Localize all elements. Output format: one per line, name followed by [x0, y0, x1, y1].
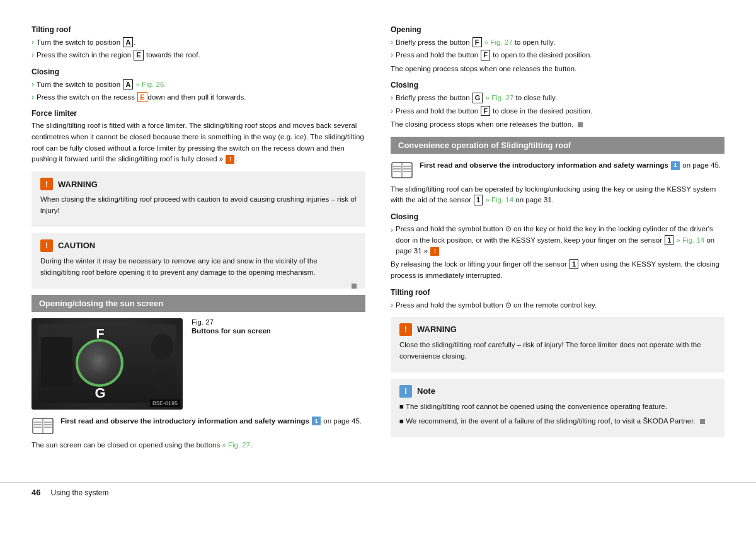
warning-box-1: ! WARNING When closing the sliding/tilti… [32, 171, 365, 227]
right-closing-line2: › Press and hold the button F to close i… [391, 105, 724, 117]
fig14-link2[interactable]: » Fig. 14 [677, 236, 705, 244]
closing-line2-suffix: down and then pull it forwards. [148, 92, 246, 103]
book-icon [32, 417, 54, 435]
tilting-roof-line2: › Press the switch in the region E towar… [32, 49, 365, 60]
margin-sq-left [352, 284, 357, 289]
force-limiter-text: The sliding/tilting roof is fitted with … [32, 120, 365, 165]
note-icon: i [399, 385, 412, 398]
tilting-roof-section: Tilting roof › Turn the switch to positi… [32, 25, 365, 61]
fig27-link[interactable]: » Fig. 27 [222, 441, 250, 449]
key-F2: F [481, 50, 490, 60]
caution-header: ! CAUTION [40, 239, 357, 252]
dashboard-bg: F G B5E-0195 [32, 318, 183, 410]
book-icon-row: First read and observe the introductory … [32, 416, 365, 435]
conv-book-bold: First read and observe the introductory … [420, 161, 668, 169]
arrow-r3: › [391, 92, 393, 103]
arrow-icon3: › [32, 79, 34, 90]
left-column: Tilting roof › Turn the switch to positi… [32, 25, 365, 457]
label-G: G [94, 385, 105, 401]
key-1: 1 [474, 195, 483, 205]
page-footer: 46 Using the system [0, 482, 756, 502]
note-header: i Note [399, 385, 716, 398]
right-closing-line1: › Briefly press the button G » Fig. 27 t… [391, 92, 724, 103]
tilting-line2-prefix: Press the switch in the region [37, 50, 131, 60]
page-content: Tilting roof › Turn the switch to positi… [0, 0, 756, 476]
book-icon-r [391, 161, 413, 179]
warning-label-1: WARNING [58, 180, 98, 189]
caution-text: During the winter it may be necessary to… [40, 256, 357, 279]
conv-book-suffix: on page 45. [682, 161, 721, 169]
fig-number: Fig. 27 [192, 318, 271, 326]
fig27-link-r1[interactable]: » Fig. 27 [484, 37, 513, 48]
note-line1: ■ The sliding/tilting roof cannot be ope… [399, 401, 716, 413]
convenience-bar: Convenience operation of Sliding/tilting… [391, 137, 724, 154]
conv-intro-text: The sliding/tilting roof can be operated… [391, 184, 724, 207]
caution-icon: ! [40, 239, 53, 252]
right-opening-line1: › Briefly press the button F » Fig. 27 t… [391, 37, 724, 48]
key-E2: E [137, 92, 147, 102]
note-box: i Note ■ The sliding/tilting roof cannot… [391, 379, 724, 438]
arrow-r5: › [391, 224, 393, 236]
tilting-line1-text: Turn the switch to position [37, 37, 120, 48]
sun-screen-bar: Opening/closing the sun screen [32, 295, 365, 312]
fig27-link-r2[interactable]: » Fig. 27 [486, 93, 514, 103]
warning-header-1: ! WARNING [40, 178, 357, 190]
key-F3: F [481, 106, 490, 116]
fig-container: F G B5E-0195 Fig. 27 Buttons for sun scr… [32, 318, 365, 410]
book-text: First read and observe the introductory … [60, 416, 362, 427]
right-opening-title: Opening [391, 25, 724, 34]
key-1c: 1 [570, 259, 578, 269]
tilting-roof-title: Tilting roof [32, 25, 365, 34]
arrow-icon4: › [32, 91, 34, 103]
conv-release-text: By releasing the lock or lifting your fi… [391, 259, 724, 282]
force-limiter-title: Force limiter [32, 109, 365, 118]
convenience-section: Convenience operation of Sliding/tilting… [391, 137, 724, 207]
right-opening-line2: › Press and hold the button F to open to… [391, 49, 724, 60]
key-A: A [123, 37, 133, 47]
arrow-icon: › [32, 37, 34, 48]
book-icon-row-r: First read and observe the introductory … [391, 160, 724, 179]
closing-section: Closing › Turn the switch to position A … [32, 67, 365, 103]
footer-text: Using the system [50, 488, 108, 497]
center-knob: F G [78, 342, 122, 386]
warning-header-2: ! WARNING [399, 323, 716, 336]
key-E: E [134, 50, 143, 60]
fig-caption: Fig. 27 Buttons for sun screen [192, 318, 271, 410]
note-inline: 1 [312, 417, 321, 425]
closing-body: The closing process stops when one relea… [391, 119, 724, 130]
conv-closing-line1: › Press and hold the symbol button ⊙ on … [391, 224, 724, 256]
sun-screen-body: The sun screen can be closed or opened u… [32, 440, 365, 451]
tilting-roof2-section: Tilting roof › Press and hold the symbol… [391, 288, 724, 311]
key-F: F [472, 37, 482, 47]
closing-line2-prefix: Press the switch on the recess [37, 92, 135, 103]
margin-sq-r2 [700, 419, 705, 424]
note-line2: ■ We recommend, in the event of a failur… [399, 416, 716, 427]
tilting-roof2-line: › Press and hold the symbol button ⊙ on … [391, 299, 724, 311]
key-A2: A [123, 79, 133, 89]
green-ring [76, 339, 123, 387]
key-G: G [472, 93, 483, 103]
book-text-bold: First read and observe the introductory … [60, 417, 309, 425]
warning-box-2: ! WARNING Close the sliding/tilting roof… [391, 317, 724, 372]
right-opening-section: Opening › Briefly press the button F » F… [391, 25, 724, 74]
knob: F G [78, 342, 122, 386]
page-number: 46 [32, 488, 40, 497]
label-F: F [96, 326, 104, 342]
fig26-link[interactable]: » Fig. 26. [136, 79, 166, 90]
fig-id: B5E-0195 [150, 400, 180, 407]
closing-line2: › Press the switch on the recess Edown a… [32, 91, 365, 103]
book-text-suffix: on page 45. [323, 417, 362, 425]
warning-icon-1: ! [40, 178, 53, 190]
right-column: Opening › Briefly press the button F » F… [391, 25, 724, 457]
margin-sq-r1 [578, 122, 583, 127]
arrow-r1: › [391, 37, 393, 48]
note-label: Note [417, 386, 435, 396]
tilting-roof-line1: › Turn the switch to position A. [32, 37, 365, 48]
conv-line1-text: Press and hold the symbol button ⊙ on th… [396, 224, 724, 256]
fig14-link[interactable]: » Fig. 14 [485, 196, 513, 204]
warn-inline-2: ! [430, 247, 439, 256]
force-limiter-section: Force limiter The sliding/tilting roof i… [32, 109, 365, 165]
opening-body: The opening process stops when one relea… [391, 64, 724, 75]
fig-image: F G B5E-0195 [32, 318, 183, 410]
warn-inline-icon: ! [226, 155, 234, 164]
